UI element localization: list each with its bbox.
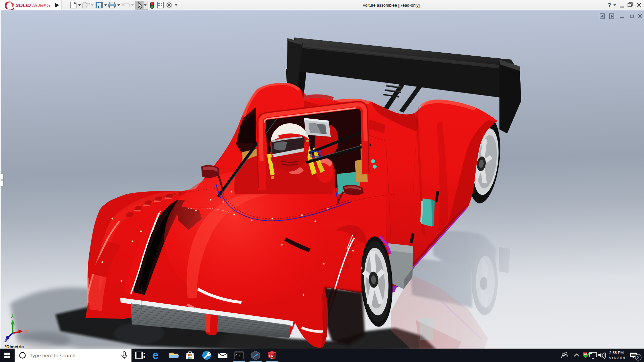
svg-text:Voiture assomblee [Read-only]: Voiture assomblee [Read-only] (363, 3, 420, 8)
svg-text:e: e (152, 349, 159, 361)
svg-text:2017: 2017 (270, 357, 275, 359)
svg-text:SOLID: SOLID (15, 2, 31, 8)
svg-text:2:58 PM: 2:58 PM (609, 351, 624, 355)
svg-text:SW: SW (269, 354, 274, 357)
svg-text:7/11/2018: 7/11/2018 (608, 356, 625, 360)
svg-text:SW: SW (584, 353, 587, 355)
svg-text:WORKS: WORKS (31, 2, 50, 8)
svg-text:C:\: C:\ (235, 354, 240, 357)
svg-text:2: 2 (637, 355, 639, 360)
svg-text:?: ? (608, 2, 611, 8)
svg-text:Type here to search: Type here to search (30, 353, 75, 358)
